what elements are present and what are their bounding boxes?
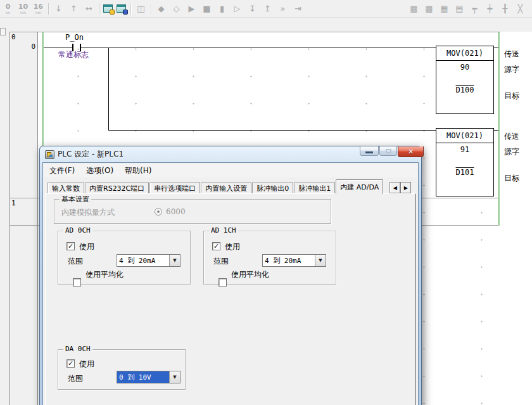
ad1-range-value: 4 到 20mA (263, 255, 315, 266)
dialog-title: PLC 设定 - 新PLC1 (58, 149, 124, 160)
tab-builtin-input[interactable]: 内置输入设置 (201, 182, 251, 194)
maximize-icon (386, 149, 391, 153)
ad0-use-checkbox[interactable]: ✓ (66, 242, 75, 250)
work-online-icon[interactable] (102, 3, 115, 15)
da0-group: DA 0CH ✓ 使用 范围 0 到 10V ▼ (58, 349, 186, 390)
minimize-button[interactable] (360, 146, 379, 156)
ad1-range-label: 范围 (213, 256, 229, 267)
ad0-averaging-label: 使用平均化 (86, 269, 124, 280)
da0-group-title: DA 0CH (63, 345, 92, 353)
new-contact-box-icon[interactable]: ▩ (407, 2, 421, 16)
tab-scroll-right-icon[interactable]: ▶ (400, 182, 411, 193)
new-instruction-box-icon[interactable]: ▦ (437, 2, 452, 16)
analog-mode-label: 内建模拟量方式 (61, 207, 115, 218)
ad0-averaging-checkbox[interactable] (73, 278, 81, 286)
new-coil-box-icon[interactable]: ▩ (422, 2, 436, 16)
tab-pulse-output-1[interactable]: 脉冲输出1 (294, 182, 335, 194)
instruction-mnemonic: MOV(021) (436, 46, 493, 61)
step-out-icon[interactable]: ↥ (260, 2, 275, 16)
ad0-range-label: 范围 (68, 256, 83, 267)
menu-help[interactable]: 帮助(H) (119, 164, 157, 177)
combo-dropdown-icon[interactable]: ▼ (315, 255, 326, 266)
toolbar-group-left: 0on10ron16ron↓↑↔◫◆◇▶■▮▷↧↥»⇥ (1, 0, 305, 18)
adda-settings-panel: 基本设置 内建模拟量方式 6000 AD 0CH ✓ 使用 范围 4 到 20m… (45, 193, 416, 405)
ladder-top-border (10, 32, 500, 32)
source-operand[interactable]: 90 (436, 63, 493, 72)
toolbar-separator (149, 2, 153, 16)
tab-pulse-output-0[interactable]: 脉冲输出0 (252, 182, 293, 194)
rung-0-number: 0 (11, 33, 16, 41)
tab-builtin-adda[interactable]: 内建 AD/DA (336, 179, 383, 194)
basic-settings-group-title: 基本设置 (60, 195, 91, 204)
dest-operand[interactable]: D100 (436, 86, 493, 94)
tab-builtin-rs232c[interactable]: 内置RS232C端口 (85, 182, 149, 194)
toolbar-separator (129, 2, 133, 16)
ad1-group: AD 1CH ✓ 使用 范围 4 到 20mA ▼ 使用平均化 (203, 231, 336, 285)
monitor-hex-icon[interactable]: 16ron (31, 2, 46, 16)
mov-instruction-block-1[interactable]: MOV(021) 90 D100 (436, 46, 494, 114)
tab-scroll-left-icon[interactable]: ◀ (390, 182, 400, 193)
da0-range-label: 范围 (68, 373, 83, 384)
monitor-decimal-icon[interactable]: 10ron (16, 2, 30, 16)
transfer-to-plc-icon[interactable]: ↓ (51, 2, 66, 16)
dialog-titlebar[interactable]: PLC 设定 - 新PLC1 ✕ (42, 146, 419, 162)
ad0-use-label: 使用 (79, 241, 94, 252)
ad1-use-checkbox[interactable]: ✓ (212, 242, 220, 250)
rung-margin (10, 32, 37, 226)
extra-tool-icon[interactable]: ┷ (528, 2, 532, 16)
analog-mode-radio (155, 208, 162, 215)
work-online-simulator-icon[interactable] (115, 3, 128, 15)
menu-options[interactable]: 选项(O) (80, 164, 119, 177)
ad1-averaging-label: 使用平均化 (231, 269, 269, 280)
vertical-down-icon[interactable]: ┯ (467, 2, 482, 16)
da0-range-combobox[interactable]: 0 到 10V ▼ (117, 371, 180, 383)
continuous-step-icon[interactable]: » (276, 2, 290, 16)
compare-with-plc-icon[interactable]: ↔ (82, 2, 96, 16)
contact-label[interactable]: P_On (65, 33, 84, 42)
ad1-averaging-checkbox[interactable] (218, 278, 227, 286)
stop-mode-icon[interactable]: ■ (200, 2, 214, 16)
run-mode-icon[interactable]: ▶ (184, 2, 199, 16)
menu-file[interactable]: 文件(F) (44, 164, 80, 177)
ad1-group-title: AD 1CH (209, 226, 238, 235)
new-function-box-icon[interactable]: ▤ (452, 2, 467, 16)
monitor-binary-icon[interactable]: 0on (1, 2, 15, 16)
ad0-range-combobox[interactable]: 4 到 20mA ▼ (117, 254, 180, 267)
operand-label: 目标 (504, 173, 519, 184)
ad1-range-combobox[interactable]: 4 到 20mA ▼ (262, 254, 326, 267)
combo-dropdown-icon[interactable]: ▼ (169, 255, 180, 266)
analog-mode-radio-label: 6000 (166, 207, 186, 216)
rung-0-step: 0 (19, 42, 35, 51)
wire-segment (44, 48, 72, 48)
dialog-menubar: 文件(F) 选项(O) 帮助(H) (44, 164, 417, 177)
mov-instruction-block-2[interactable]: MOV(021) 91 D101 (436, 128, 494, 196)
da0-use-label: 使用 (79, 359, 94, 370)
tab-input-constants[interactable]: 输入常数 (48, 182, 84, 194)
da0-use-checkbox[interactable]: ✓ (66, 359, 75, 368)
ad1-use-label: 使用 (225, 241, 240, 252)
trigger-pause-icon[interactable]: ◇ (169, 2, 184, 16)
margin-left-line (10, 32, 10, 405)
dest-operand[interactable]: D101 (436, 168, 493, 177)
branch-vertical-wire (108, 48, 109, 131)
step-in-icon[interactable]: ↧ (245, 2, 260, 16)
operand-label: 传送 (504, 131, 519, 142)
toggle-monitoring-icon[interactable]: ◫ (134, 2, 148, 16)
pause-monitor-icon[interactable]: ◆ (154, 2, 168, 16)
source-operand[interactable]: 91 (436, 145, 493, 154)
dialog-client-area: 文件(F) 选项(O) 帮助(H) 输入常数 内置RS232C端口 串行选项端口… (42, 162, 419, 405)
minimize-icon (365, 151, 373, 153)
settings-tabstrip: 输入常数 内置RS232C端口 串行选项端口 内置输入设置 脉冲输出0 脉冲输出… (48, 180, 411, 194)
transfer-from-plc-icon[interactable]: ↑ (66, 2, 81, 16)
tab-serial-option[interactable]: 串行选项端口 (149, 182, 200, 194)
run-to-cursor-icon[interactable]: ▷ (230, 2, 244, 16)
skip-to-end-icon[interactable]: ⇥ (291, 2, 305, 16)
horizontal-junction-icon[interactable]: ╂ (498, 2, 512, 16)
basic-settings-group: 基本设置 内建模拟量方式 6000 (54, 199, 331, 224)
delete-junction-icon[interactable]: ╳ (513, 2, 528, 16)
output-stub-1 (494, 48, 498, 48)
pause-mode-icon[interactable]: ▮ (215, 2, 229, 16)
close-button[interactable]: ✕ (398, 146, 424, 157)
combo-dropdown-icon[interactable]: ▼ (169, 371, 180, 383)
vertical-junction-icon[interactable]: ┿ (483, 2, 497, 16)
